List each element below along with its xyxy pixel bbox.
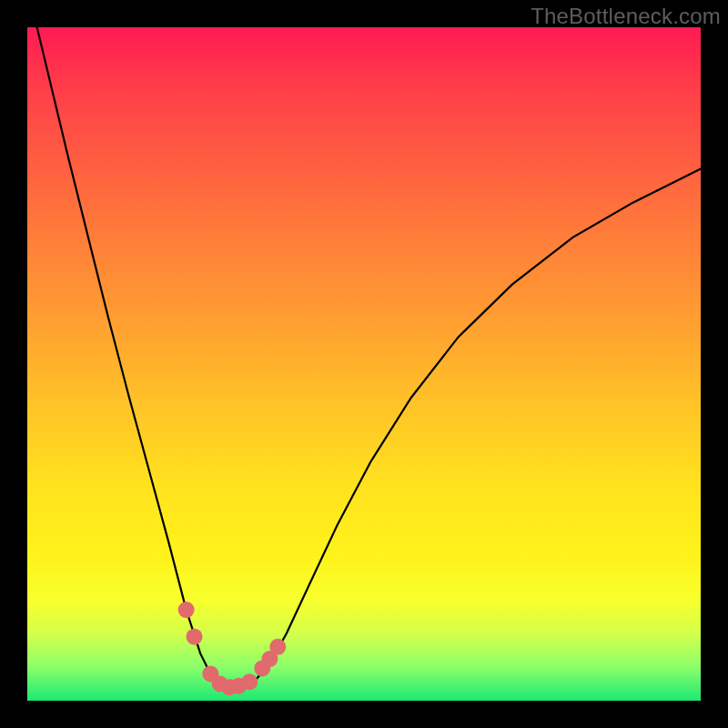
highlight-markers	[178, 602, 287, 695]
marker-point	[178, 602, 195, 618]
bottleneck-curve	[27, 27, 701, 687]
outer-frame: TheBottleneck.com	[0, 0, 728, 728]
marker-point	[269, 639, 286, 655]
plot-area	[27, 27, 701, 701]
marker-point	[187, 629, 203, 645]
chart-svg	[27, 27, 701, 701]
watermark-text: TheBottleneck.com	[531, 4, 721, 29]
marker-point	[241, 673, 258, 690]
